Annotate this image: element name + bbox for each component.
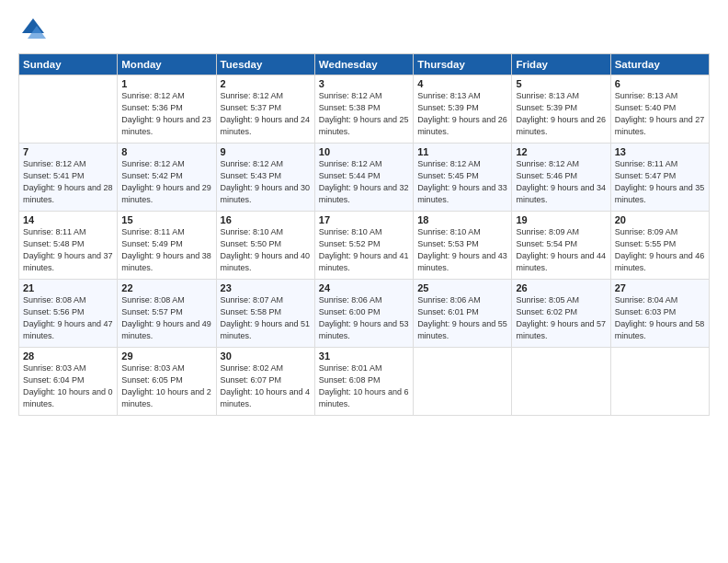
sunrise-text: Sunrise: 8:12 AM bbox=[417, 159, 481, 168]
cell-2-6: 20Sunrise: 8:09 AMSunset: 5:55 PMDayligh… bbox=[610, 212, 709, 280]
week-row-4: 28Sunrise: 8:03 AMSunset: 6:04 PMDayligh… bbox=[19, 348, 710, 416]
cell-4-1: 29Sunrise: 8:03 AMSunset: 6:05 PMDayligh… bbox=[118, 348, 216, 416]
daylight-text: Daylight: 9 hours and 53 minutes. bbox=[319, 319, 409, 340]
cell-1-3: 10Sunrise: 8:12 AMSunset: 5:44 PMDayligh… bbox=[314, 144, 413, 212]
day-number: 26 bbox=[516, 282, 606, 293]
sunrise-text: Sunrise: 8:12 AM bbox=[121, 159, 185, 168]
day-number: 8 bbox=[121, 146, 211, 157]
sunset-text: Sunset: 5:57 PM bbox=[121, 307, 183, 316]
day-number: 6 bbox=[615, 78, 705, 89]
svg-marker-0 bbox=[22, 18, 44, 33]
day-info: Sunrise: 8:08 AMSunset: 5:57 PMDaylight:… bbox=[121, 294, 211, 342]
daylight-text: Daylight: 9 hours and 58 minutes. bbox=[615, 319, 705, 340]
header bbox=[18, 15, 710, 44]
day-number: 15 bbox=[121, 214, 211, 225]
day-info: Sunrise: 8:07 AMSunset: 5:58 PMDaylight:… bbox=[221, 294, 311, 342]
day-info: Sunrise: 8:12 AMSunset: 5:46 PMDaylight:… bbox=[516, 158, 606, 206]
sunrise-text: Sunrise: 8:09 AM bbox=[516, 227, 579, 236]
daylight-text: Daylight: 10 hours and 2 minutes. bbox=[121, 387, 211, 408]
cell-2-2: 16Sunrise: 8:10 AMSunset: 5:50 PMDayligh… bbox=[216, 212, 314, 280]
day-number: 14 bbox=[23, 214, 113, 225]
day-number: 25 bbox=[417, 282, 507, 293]
daylight-text: Daylight: 10 hours and 4 minutes. bbox=[221, 387, 311, 408]
day-number: 9 bbox=[221, 146, 311, 157]
sunrise-text: Sunrise: 8:06 AM bbox=[417, 295, 481, 304]
sunset-text: Sunset: 5:54 PM bbox=[516, 239, 577, 248]
cell-4-6 bbox=[610, 348, 709, 416]
sunset-text: Sunset: 5:44 PM bbox=[319, 171, 381, 180]
cell-0-2: 2Sunrise: 8:12 AMSunset: 5:37 PMDaylight… bbox=[216, 75, 314, 144]
cell-2-0: 14Sunrise: 8:11 AMSunset: 5:48 PMDayligh… bbox=[19, 212, 118, 280]
sunset-text: Sunset: 5:36 PM bbox=[121, 103, 183, 112]
daylight-text: Daylight: 9 hours and 38 minutes. bbox=[121, 251, 211, 272]
calendar-table: SundayMondayTuesdayWednesdayThursdayFrid… bbox=[18, 53, 710, 416]
sunrise-text: Sunrise: 8:11 AM bbox=[615, 159, 678, 168]
sunset-text: Sunset: 6:00 PM bbox=[319, 307, 381, 316]
cell-0-0 bbox=[19, 75, 118, 144]
day-info: Sunrise: 8:09 AMSunset: 5:54 PMDaylight:… bbox=[516, 226, 606, 274]
daylight-text: Daylight: 9 hours and 55 minutes. bbox=[417, 319, 507, 340]
day-info: Sunrise: 8:13 AMSunset: 5:40 PMDaylight:… bbox=[615, 90, 705, 138]
sunset-text: Sunset: 6:05 PM bbox=[121, 375, 183, 385]
page: SundayMondayTuesdayWednesdayThursdayFrid… bbox=[0, 0, 728, 563]
day-info: Sunrise: 8:12 AMSunset: 5:42 PMDaylight:… bbox=[121, 158, 211, 206]
cell-3-6: 27Sunrise: 8:04 AMSunset: 6:03 PMDayligh… bbox=[610, 280, 709, 348]
cell-1-0: 7Sunrise: 8:12 AMSunset: 5:41 PMDaylight… bbox=[19, 144, 118, 212]
sunrise-text: Sunrise: 8:12 AM bbox=[221, 91, 284, 100]
sunset-text: Sunset: 5:48 PM bbox=[23, 239, 85, 248]
daylight-text: Daylight: 9 hours and 34 minutes. bbox=[516, 183, 606, 204]
day-number: 2 bbox=[221, 78, 311, 89]
day-number: 23 bbox=[221, 282, 311, 293]
week-row-1: 7Sunrise: 8:12 AMSunset: 5:41 PMDaylight… bbox=[19, 144, 710, 212]
day-number: 7 bbox=[23, 146, 113, 157]
daylight-text: Daylight: 9 hours and 35 minutes. bbox=[615, 183, 705, 204]
week-row-0: 1Sunrise: 8:12 AMSunset: 5:36 PMDaylight… bbox=[19, 75, 710, 144]
logo bbox=[18, 15, 51, 44]
daylight-text: Daylight: 9 hours and 26 minutes. bbox=[516, 115, 606, 136]
sunset-text: Sunset: 6:03 PM bbox=[615, 307, 677, 316]
daylight-text: Daylight: 9 hours and 40 minutes. bbox=[221, 251, 311, 272]
sunset-text: Sunset: 5:50 PM bbox=[221, 239, 282, 248]
day-info: Sunrise: 8:12 AMSunset: 5:41 PMDaylight:… bbox=[23, 158, 113, 206]
day-number: 19 bbox=[516, 214, 606, 225]
cell-2-1: 15Sunrise: 8:11 AMSunset: 5:49 PMDayligh… bbox=[118, 212, 216, 280]
daylight-text: Daylight: 9 hours and 41 minutes. bbox=[319, 251, 409, 272]
cell-3-3: 24Sunrise: 8:06 AMSunset: 6:00 PMDayligh… bbox=[314, 280, 413, 348]
daylight-text: Daylight: 9 hours and 37 minutes. bbox=[23, 251, 113, 272]
col-header-monday: Monday bbox=[118, 54, 216, 75]
sunset-text: Sunset: 5:42 PM bbox=[121, 171, 183, 180]
day-info: Sunrise: 8:06 AMSunset: 6:00 PMDaylight:… bbox=[319, 294, 409, 342]
sunrise-text: Sunrise: 8:06 AM bbox=[319, 295, 382, 304]
sunset-text: Sunset: 5:45 PM bbox=[417, 171, 479, 180]
header-row: SundayMondayTuesdayWednesdayThursdayFrid… bbox=[19, 54, 710, 75]
day-info: Sunrise: 8:11 AMSunset: 5:47 PMDaylight:… bbox=[615, 158, 705, 206]
daylight-text: Daylight: 9 hours and 29 minutes. bbox=[121, 183, 211, 204]
daylight-text: Daylight: 9 hours and 46 minutes. bbox=[615, 251, 705, 272]
day-info: Sunrise: 8:08 AMSunset: 5:56 PMDaylight:… bbox=[23, 294, 113, 342]
daylight-text: Daylight: 9 hours and 49 minutes. bbox=[121, 319, 211, 340]
col-header-wednesday: Wednesday bbox=[314, 54, 413, 75]
day-info: Sunrise: 8:12 AMSunset: 5:43 PMDaylight:… bbox=[221, 158, 311, 206]
day-number: 20 bbox=[615, 214, 705, 225]
day-info: Sunrise: 8:03 AMSunset: 6:04 PMDaylight:… bbox=[23, 362, 113, 410]
day-number: 21 bbox=[23, 282, 113, 293]
sunset-text: Sunset: 6:08 PM bbox=[319, 375, 381, 385]
day-info: Sunrise: 8:12 AMSunset: 5:44 PMDaylight:… bbox=[319, 158, 409, 206]
day-info: Sunrise: 8:01 AMSunset: 6:08 PMDaylight:… bbox=[319, 362, 409, 410]
col-header-saturday: Saturday bbox=[610, 54, 709, 75]
sunrise-text: Sunrise: 8:04 AM bbox=[615, 295, 678, 304]
sunset-text: Sunset: 5:49 PM bbox=[121, 239, 183, 248]
daylight-text: Daylight: 9 hours and 24 minutes. bbox=[221, 115, 311, 136]
cell-1-4: 11Sunrise: 8:12 AMSunset: 5:45 PMDayligh… bbox=[414, 144, 512, 212]
day-number: 4 bbox=[417, 78, 507, 89]
day-info: Sunrise: 8:02 AMSunset: 6:07 PMDaylight:… bbox=[221, 362, 311, 410]
cell-1-5: 12Sunrise: 8:12 AMSunset: 5:46 PMDayligh… bbox=[512, 144, 610, 212]
cell-2-5: 19Sunrise: 8:09 AMSunset: 5:54 PMDayligh… bbox=[512, 212, 610, 280]
sunset-text: Sunset: 5:55 PM bbox=[615, 239, 677, 248]
day-number: 29 bbox=[121, 350, 211, 362]
col-header-tuesday: Tuesday bbox=[216, 54, 314, 75]
day-number: 1 bbox=[121, 78, 211, 89]
col-header-sunday: Sunday bbox=[19, 54, 118, 75]
sunrise-text: Sunrise: 8:09 AM bbox=[615, 227, 678, 236]
daylight-text: Daylight: 9 hours and 47 minutes. bbox=[23, 319, 113, 340]
